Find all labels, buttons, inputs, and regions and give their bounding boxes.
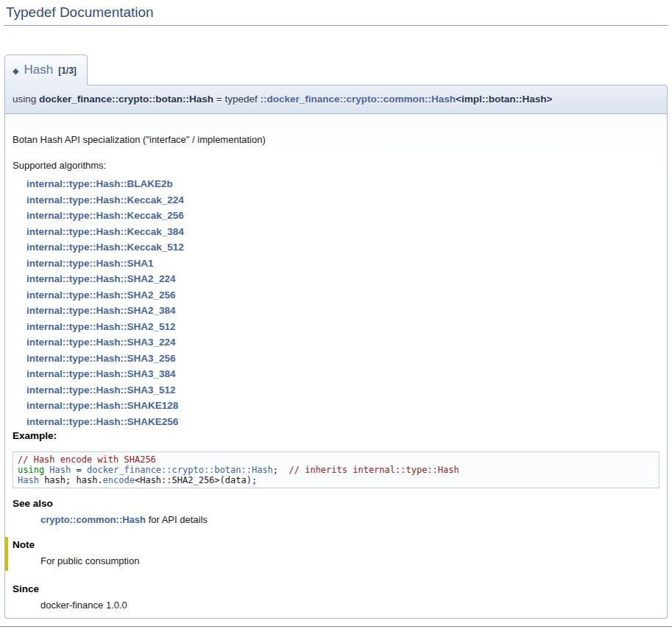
algorithm-item: internal::type::Hash::Keccak_512: [26, 239, 659, 256]
algorithm-link[interactable]: internal::type::Hash::Keccak_224: [26, 194, 184, 205]
supported-algorithms-label: Supported algorithms:: [13, 159, 659, 172]
member-tab: ◆ Hash [1/3]: [4, 55, 88, 85]
algorithm-item: internal::type::Hash::SHA1: [26, 256, 659, 272]
see-also-link[interactable]: crypto::common::Hash: [40, 514, 146, 525]
code-line: Hash hash; hash.encode<Hash::SHA2_256>(d…: [18, 475, 654, 485]
code-line: using Hash = docker_finance::crypto::bot…: [18, 465, 654, 475]
algorithm-link[interactable]: internal::type::Hash::SHA1: [26, 258, 154, 269]
algorithm-item: internal::type::Hash::SHA3_384: [26, 366, 659, 382]
proto-typedef-name: docker_finance::crypto::botan::Hash: [39, 94, 213, 105]
section-title: Typedef Documentation: [4, 4, 668, 26]
algorithm-item: internal::type::Hash::BLAKE2b: [26, 176, 659, 192]
code-token-comment: // Hash encode with SHA256: [18, 454, 156, 465]
code-link[interactable]: Hash: [18, 475, 39, 485]
code-line: // Hash encode with SHA256: [18, 454, 654, 465]
algorithm-item: internal::type::Hash::Keccak_224: [26, 192, 659, 208]
anchor-diamond-icon[interactable]: ◆: [13, 63, 18, 78]
see-also-text: for API details: [146, 514, 208, 525]
algorithm-item: internal::type::Hash::Keccak_256: [26, 208, 659, 224]
code-token-plain: ;: [273, 465, 289, 475]
algorithm-item: internal::type::Hash::SHA2_384: [26, 303, 659, 319]
note-text: For public consumption: [40, 555, 659, 568]
algorithm-link[interactable]: internal::type::Hash::Keccak_512: [26, 242, 184, 253]
algorithm-link[interactable]: internal::type::Hash::Keccak_384: [26, 226, 184, 237]
algorithm-list: internal::type::Hash::BLAKE2binternal::t…: [26, 176, 659, 429]
code-fragment: // Hash encode with SHA256using Hash = d…: [13, 451, 659, 488]
member-title: Hash: [24, 63, 53, 77]
since-section: Since docker-finance 1.0.0: [13, 583, 659, 612]
algorithm-link[interactable]: internal::type::Hash::SHA3_512: [26, 384, 176, 396]
code-token-plain: =: [71, 465, 87, 475]
note-section: Note For public consumption: [5, 537, 659, 571]
proto-target-link[interactable]: ::docker_finance::crypto::common::Hash: [260, 94, 456, 105]
example-label: Example:: [13, 429, 659, 443]
footer-divider: [0, 626, 672, 628]
algorithm-link[interactable]: internal::type::Hash::SHA3_384: [26, 368, 176, 379]
algorithm-item: internal::type::Hash::SHA2_256: [26, 287, 659, 303]
algorithm-item: internal::type::Hash::SHA2_512: [26, 319, 659, 335]
algorithm-link[interactable]: internal::type::Hash::SHA3_256: [26, 353, 176, 364]
member-prototype: using docker_finance::crypto::botan::Has…: [4, 85, 668, 114]
code-token-keyword: using: [18, 465, 44, 475]
see-also-label: See also: [13, 497, 659, 510]
since-label: Since: [13, 583, 659, 596]
page-content: Typedef Documentation ◆ Hash [1/3] using…: [0, 4, 672, 619]
algorithm-item: internal::type::Hash::Keccak_384: [26, 224, 659, 240]
member-doc: Botan Hash API specialization ("interfac…: [4, 114, 668, 619]
algorithm-item: internal::type::Hash::SHA3_224: [26, 334, 659, 351]
algorithm-link[interactable]: internal::type::Hash::SHA2_512: [26, 321, 176, 332]
note-label: Note: [13, 538, 659, 552]
algorithm-item: internal::type::Hash::SHAKE256: [26, 414, 659, 430]
algorithm-link[interactable]: internal::type::Hash::SHAKE128: [26, 400, 178, 411]
since-text: docker-finance 1.0.0: [40, 599, 659, 612]
algorithm-link[interactable]: internal::type::Hash::SHA2_384: [26, 305, 176, 316]
member-item: using docker_finance::crypto::botan::Has…: [4, 85, 668, 619]
doc-intro: Botan Hash API specialization ("interfac…: [13, 133, 659, 147]
algorithm-link[interactable]: internal::type::Hash::Keccak_256: [26, 210, 184, 221]
code-link[interactable]: encode: [103, 475, 135, 485]
algorithm-item: internal::type::Hash::SHA3_512: [26, 382, 659, 398]
algorithm-link[interactable]: internal::type::Hash::SHA2_256: [26, 289, 176, 301]
typedef-member: ◆ Hash [1/3] using docker_finance::crypt…: [4, 26, 668, 619]
code-token-plain: <Hash::SHA2_256>(data);: [135, 475, 257, 485]
algorithm-link[interactable]: internal::type::Hash::SHA2_224: [26, 273, 176, 284]
code-link[interactable]: Hash: [49, 465, 71, 475]
algorithm-item: internal::type::Hash::SHAKE128: [26, 398, 659, 414]
code-token-comment: // inherits internal::type::Hash: [289, 465, 459, 475]
code-token-plain: hash; hash.: [39, 475, 103, 485]
algorithm-link[interactable]: internal::type::Hash::BLAKE2b: [26, 178, 173, 189]
proto-equals: = typedef: [213, 94, 260, 105]
member-overload-index: [1/3]: [58, 63, 77, 78]
see-also-section: See also crypto::common::Hash for API de…: [13, 497, 659, 527]
proto-template-args: <impl::botan::Hash>: [456, 94, 552, 105]
algorithm-link[interactable]: internal::type::Hash::SHA3_224: [26, 337, 176, 348]
algorithm-item: internal::type::Hash::SHA3_256: [26, 351, 659, 367]
algorithm-item: internal::type::Hash::SHA2_224: [26, 271, 659, 287]
algorithm-link[interactable]: internal::type::Hash::SHAKE256: [26, 416, 178, 427]
see-also-content: crypto::common::Hash for API details: [40, 513, 659, 527]
proto-using-keyword: using: [13, 94, 39, 105]
code-link[interactable]: docker_finance::crypto::botan::Hash: [87, 465, 273, 475]
